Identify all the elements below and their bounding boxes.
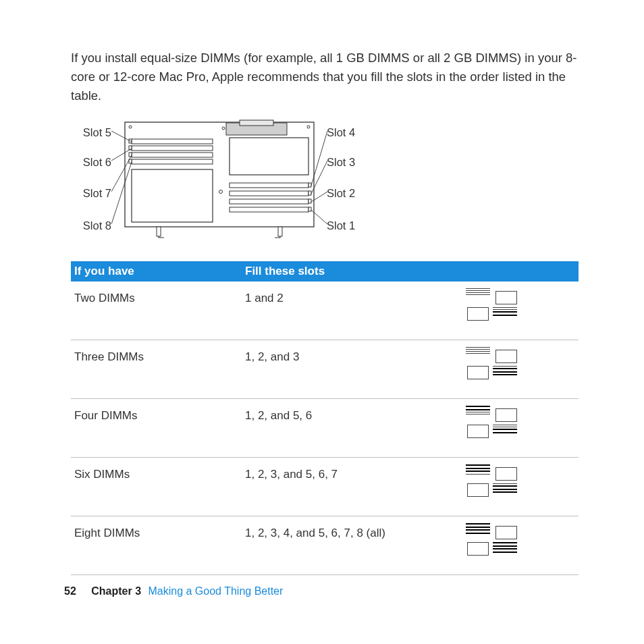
svg-rect-21: [230, 191, 308, 196]
mini-slot-icon: [466, 347, 520, 381]
svg-rect-9: [240, 120, 273, 126]
dimm-fill-table: If you have Fill these slots Two DIMMs 1…: [71, 261, 579, 575]
intro-paragraph: If you install equal-size DIMMs (for exa…: [71, 49, 577, 105]
cell-fill: 1 and 2: [245, 288, 407, 307]
svg-rect-22: [230, 199, 308, 204]
table-row: Three DIMMs 1, 2, and 3: [71, 340, 579, 399]
page-footer: 52 Chapter 3 Making a Good Thing Better: [64, 583, 283, 599]
svg-point-7: [219, 190, 223, 194]
svg-rect-1: [157, 227, 161, 236]
label-slot-1: Slot 1: [327, 217, 355, 234]
chapter-title: Making a Good Thing Better: [149, 585, 284, 597]
svg-rect-25: [308, 191, 311, 195]
cell-have: Six DIMMs: [71, 464, 245, 483]
mini-slot-icon: [466, 523, 520, 557]
header-have: If you have: [71, 263, 245, 280]
cell-fill: 1, 2, and 3: [245, 347, 407, 366]
cell-fill: 1, 2, 3, 4, and 5, 6, 7, 8 (all): [245, 523, 407, 542]
mac-pro-board-svg: [111, 119, 327, 247]
svg-point-3: [129, 126, 132, 128]
label-slot-8: Slot 8: [83, 217, 111, 234]
mini-slot-icon: [466, 288, 520, 322]
svg-rect-2: [278, 227, 282, 236]
label-slot-4: Slot 4: [327, 124, 355, 141]
svg-line-31: [111, 162, 132, 224]
svg-rect-12: [132, 139, 213, 144]
cell-have: Eight DIMMs: [71, 523, 245, 542]
svg-rect-23: [230, 207, 308, 212]
cell-fill: 1, 2, 3, and 5, 6, 7: [245, 464, 407, 483]
svg-line-30: [111, 155, 132, 192]
cell-have: Two DIMMs: [71, 288, 245, 307]
svg-rect-10: [132, 169, 213, 222]
svg-point-4: [222, 127, 225, 130]
label-slot-6: Slot 6: [83, 154, 111, 171]
svg-rect-26: [308, 199, 311, 203]
svg-line-28: [111, 131, 132, 142]
cell-fill: 1, 2, and 5, 6: [245, 406, 407, 425]
header-fill: Fill these slots: [245, 263, 579, 280]
cell-have: Three DIMMs: [71, 347, 245, 366]
svg-rect-24: [308, 183, 311, 187]
svg-point-6: [307, 126, 310, 128]
svg-rect-13: [132, 146, 213, 151]
page-number: 52: [64, 585, 76, 597]
svg-rect-15: [132, 159, 213, 164]
table-row: Six DIMMs 1, 2, 3, and 5, 6, 7: [71, 458, 579, 516]
dimm-slot-diagram: Slot 5 Slot 6 Slot 7 Slot 8 Slot 4 Slot …: [71, 119, 375, 247]
table-row: Four DIMMs 1, 2, and 5, 6: [71, 399, 579, 458]
svg-rect-14: [132, 153, 213, 157]
label-slot-2: Slot 2: [327, 185, 355, 202]
svg-rect-11: [230, 138, 308, 175]
table-row: Two DIMMs 1 and 2: [71, 281, 579, 340]
table-row: Eight DIMMs 1, 2, 3, 4, and 5, 6, 7, 8 (…: [71, 516, 579, 575]
label-slot-5: Slot 5: [83, 124, 111, 141]
label-slot-3: Slot 3: [327, 154, 355, 171]
chapter-label: Chapter 3: [91, 585, 141, 597]
cell-have: Four DIMMs: [71, 406, 245, 425]
svg-rect-27: [308, 207, 311, 211]
table-header: If you have Fill these slots: [71, 261, 579, 281]
svg-rect-20: [230, 183, 308, 188]
mini-slot-icon: [466, 406, 520, 439]
label-slot-7: Slot 7: [83, 185, 111, 202]
mini-slot-icon: [466, 464, 520, 498]
